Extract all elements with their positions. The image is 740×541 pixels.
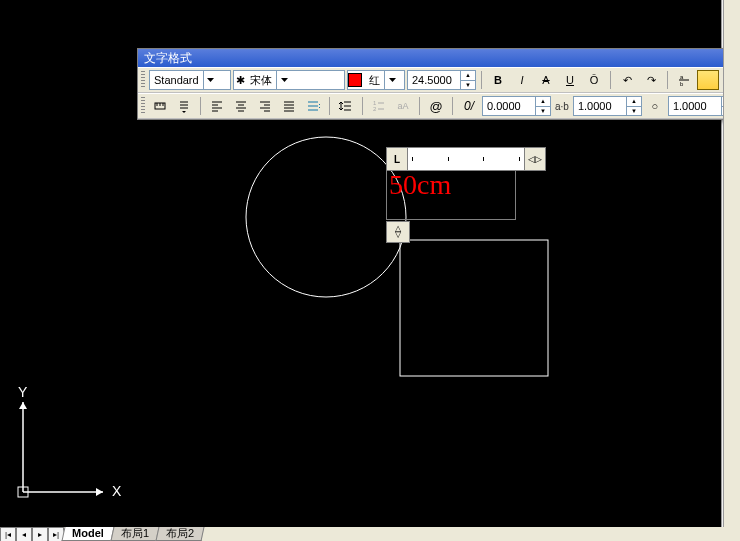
- ruler-toggle-button[interactable]: [149, 95, 171, 117]
- ucs-icon: X Y: [8, 387, 128, 507]
- tab-model[interactable]: Model: [62, 527, 115, 541]
- font-value: 宋体: [246, 73, 276, 88]
- layout-tab-strip: |◂ ◂ ▸ ▸| Model 布局1 布局2: [0, 527, 740, 541]
- svg-rect-1: [400, 240, 548, 376]
- tab-layout1[interactable]: 布局1: [110, 527, 159, 541]
- width-factor-icon: ○: [644, 95, 666, 117]
- tracking-value: 1.0000: [574, 100, 626, 112]
- line-spacing-button[interactable]: [335, 95, 357, 117]
- color-swatch-icon: [348, 73, 362, 87]
- oblique-angle-value: 0.0000: [483, 100, 535, 112]
- italic-button[interactable]: I: [511, 69, 533, 91]
- align-distribute-button[interactable]: [302, 95, 324, 117]
- tracking-spin[interactable]: 1.0000 ▲ ▼: [573, 96, 642, 116]
- strike-button[interactable]: A: [535, 69, 557, 91]
- tab-nav-first[interactable]: |◂: [0, 527, 16, 542]
- oblique-angle-spin[interactable]: 0.0000 ▲ ▼: [482, 96, 551, 116]
- spin-down-icon[interactable]: ▼: [461, 81, 475, 90]
- align-center-button[interactable]: [230, 95, 252, 117]
- mtext-height-grip[interactable]: △ ▽: [386, 221, 410, 243]
- toolbar-grip[interactable]: [141, 97, 145, 115]
- chevron-down-icon[interactable]: [203, 71, 218, 89]
- svg-text:b: b: [680, 81, 684, 87]
- tab-nav-prev[interactable]: ◂: [16, 527, 32, 542]
- align-justify-button[interactable]: [278, 95, 300, 117]
- spin-up-icon[interactable]: ▲: [461, 71, 475, 81]
- mtext-body[interactable]: 50cm: [386, 171, 516, 220]
- oblique-button[interactable]: 0/: [458, 95, 480, 117]
- spin-down-icon[interactable]: ▼: [536, 107, 550, 116]
- tab-nav-next[interactable]: ▸: [32, 527, 48, 542]
- axis-y-label: Y: [18, 387, 28, 400]
- mtext-width-grip[interactable]: ◁▷: [524, 148, 545, 170]
- font-combo[interactable]: ✱ 宋体: [233, 70, 345, 90]
- svg-point-0: [246, 137, 406, 297]
- text-format-toolbar: 文字格式 Standard ✱ 宋体 红: [137, 48, 740, 120]
- overline-button[interactable]: Ō: [583, 69, 605, 91]
- width-factor-value: 1.0000: [669, 100, 721, 112]
- chevron-down-icon[interactable]: [384, 71, 399, 89]
- tracking-label: a·b: [553, 101, 571, 112]
- symbol-button[interactable]: @: [425, 95, 447, 117]
- ruler-button[interactable]: [697, 70, 719, 90]
- right-panel-sliver: [723, 0, 740, 527]
- options-button[interactable]: [173, 95, 195, 117]
- tab-layout2[interactable]: 布局2: [155, 527, 204, 541]
- svg-text:a: a: [680, 74, 684, 80]
- toolbar-row-2: 12 aA @ 0/ 0.0000 ▲ ▼ a·b 1.0000 ▲ ▼: [138, 93, 740, 119]
- redo-button[interactable]: ↷: [640, 69, 662, 91]
- stack-button[interactable]: ab: [673, 69, 695, 91]
- color-value: 红: [365, 73, 384, 88]
- spin-up-icon[interactable]: ▲: [627, 97, 641, 107]
- toolbar-title: 文字格式: [138, 49, 740, 67]
- drawing-canvas[interactable]: 文字格式 Standard ✱ 宋体 红: [0, 0, 722, 527]
- text-style-value: Standard: [150, 74, 203, 86]
- font-size-value: 24.5000: [408, 74, 460, 86]
- spin-down-icon[interactable]: ▼: [627, 107, 641, 116]
- undo-button[interactable]: ↶: [616, 69, 638, 91]
- mtext-corner[interactable]: L: [387, 148, 408, 170]
- mtext-content[interactable]: 50cm: [389, 169, 451, 201]
- chevron-down-icon[interactable]: [276, 71, 291, 89]
- align-right-button[interactable]: [254, 95, 276, 117]
- bold-button[interactable]: B: [487, 69, 509, 91]
- numbering-button[interactable]: 12: [368, 95, 390, 117]
- font-size-spin[interactable]: 24.5000 ▲ ▼: [407, 70, 476, 90]
- mtext-ruler[interactable]: [408, 148, 524, 170]
- align-left-button[interactable]: [206, 95, 228, 117]
- spin-up-icon[interactable]: ▲: [536, 97, 550, 107]
- color-combo[interactable]: 红: [347, 70, 405, 90]
- svg-text:2: 2: [373, 106, 377, 112]
- uppercase-button[interactable]: aA: [392, 95, 414, 117]
- underline-button[interactable]: U: [559, 69, 581, 91]
- toolbar-row-1: Standard ✱ 宋体 红 24.5000: [138, 67, 740, 93]
- axis-x-label: X: [112, 483, 122, 499]
- text-style-combo[interactable]: Standard: [149, 70, 231, 90]
- mtext-editor[interactable]: L ◁▷ 50cm: [386, 147, 546, 220]
- toolbar-grip[interactable]: [141, 71, 145, 89]
